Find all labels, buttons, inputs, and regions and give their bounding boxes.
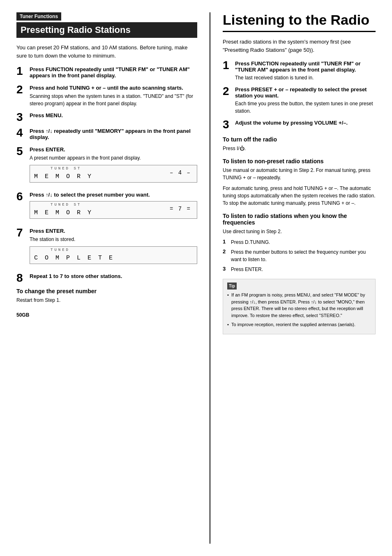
- display-indicators-2: TUNED ST: [51, 203, 81, 207]
- display-indicators-1: TUNED ST: [51, 167, 81, 171]
- left-step-8: 8 Repeat 1 to 7 to store other stations.: [16, 272, 197, 284]
- freq-title: To listen to radio stations when you kno…: [223, 213, 376, 226]
- step-number-6: 6: [16, 191, 26, 202]
- tip-label: Tip: [227, 283, 237, 290]
- step-bold-3: Press MENU.: [30, 112, 197, 118]
- left-step-1: 1 Press FUNCTION repeatedly until "TUNER…: [16, 65, 197, 80]
- section-title: Presetting Radio Stations: [16, 22, 197, 38]
- non-preset-text2: For automatic tuning, press and hold TUN…: [223, 185, 376, 207]
- freq-step-2: 2 Press the number buttons to select the…: [223, 248, 376, 263]
- right-step-bold-2: Press PRESET + or – repeatedly to select…: [235, 86, 376, 99]
- right-step-bold-3: Adjust the volume by pressing VOLUME +/–…: [235, 120, 376, 126]
- step-content-6: Press ↑/↓ to select the preset number yo…: [30, 191, 197, 223]
- right-step-number-3: 3: [223, 119, 232, 130]
- display-right-1: – 4 –: [170, 169, 191, 176]
- step-content-5: Press ENTER. A preset number appears in …: [30, 146, 197, 187]
- right-step-1: 1 Press FUNCTION repeatedly until "TUNER…: [223, 60, 376, 81]
- right-column: Listening to the Radio Preset radio stat…: [210, 12, 376, 544]
- page-number: 50GB: [16, 312, 197, 318]
- tip-list: If an FM program is noisy, press MENU, a…: [227, 292, 371, 328]
- left-step-5: 5 Press ENTER. A preset number appears i…: [16, 146, 197, 187]
- freq-step-num-2: 2: [223, 248, 228, 255]
- freq-step-text-3: Press ENTER.: [231, 266, 263, 273]
- step-number-2: 2: [16, 84, 26, 95]
- step-content-1: Press FUNCTION repeatedly until "TUNER F…: [30, 65, 197, 80]
- left-step-4: 4 Press ↑/↓ repeatedly until "MEMORY" ap…: [16, 127, 197, 141]
- left-step-7: 7 Press ENTER. The station is stored. TU…: [16, 227, 197, 268]
- display-box-1: TUNED ST M E M O R Y – 4 –: [30, 165, 197, 183]
- display-main-2: M E M O R Y: [34, 209, 93, 216]
- main-title: Listening to the Radio: [223, 12, 376, 32]
- turn-off-text: Press I/⏻.: [223, 145, 376, 152]
- right-step-detail-1: The last received station is tuned in.: [235, 74, 376, 81]
- step-bold-8: Repeat 1 to 7 to store other stations.: [30, 273, 197, 279]
- freq-step-num-3: 3: [223, 266, 228, 272]
- step-content-8: Repeat 1 to 7 to store other stations.: [30, 272, 197, 280]
- change-preset-title: To change the preset number: [16, 288, 197, 294]
- right-step-number-2: 2: [223, 86, 232, 97]
- non-preset-text1: Use manual or automatic tuning in Step 2…: [223, 167, 376, 181]
- freq-step-num-1: 1: [223, 239, 228, 245]
- turn-off-title: To turn off the radio: [223, 136, 376, 143]
- right-step-detail-2: Each time you press the button, the syst…: [235, 100, 376, 115]
- freq-step-text-1: Press D.TUNING.: [231, 239, 270, 246]
- step-number-7: 7: [16, 227, 26, 239]
- change-preset-text: Restart from Step 1.: [16, 297, 197, 304]
- freq-step-text-2: Press the number buttons to select the f…: [231, 248, 376, 263]
- right-step-2: 2 Press PRESET + or – repeatedly to sele…: [223, 86, 376, 115]
- page: Tuner Functions Presetting Radio Station…: [0, 0, 392, 556]
- step-content-7: Press ENTER. The station is stored. TUNE…: [30, 227, 197, 268]
- tip-item-2: To improve reception, reorient the suppl…: [227, 321, 371, 328]
- left-step-2: 2 Press and hold TUNING + or – until the…: [16, 84, 197, 107]
- left-step-3: 3 Press MENU.: [16, 111, 197, 123]
- display-main-1: M E M O R Y: [34, 173, 93, 180]
- right-step-content-3: Adjust the volume by pressing VOLUME +/–…: [235, 119, 376, 127]
- step-content-2: Press and hold TUNING + or – until the a…: [30, 84, 197, 107]
- step-number-1: 1: [16, 65, 26, 77]
- tip-box: Tip If an FM program is noisy, press MEN…: [223, 279, 376, 334]
- display-box-3: TUNED C O M P L E T E: [30, 246, 197, 264]
- freq-step-3: 3 Press ENTER.: [223, 266, 376, 273]
- step-content-3: Press MENU.: [30, 111, 197, 120]
- step-bold-6: Press ↑/↓ to select the preset number yo…: [30, 192, 197, 198]
- left-column: Tuner Functions Presetting Radio Station…: [16, 12, 197, 544]
- freq-step-1: 1 Press D.TUNING.: [223, 239, 376, 246]
- right-step-bold-1: Press FUNCTION repeatedly until "TUNER F…: [235, 60, 376, 73]
- right-step-number-1: 1: [223, 60, 232, 71]
- display-main-3: C O M P L E T E: [34, 255, 114, 262]
- step-bold-7: Press ENTER.: [30, 228, 197, 234]
- step-content-4: Press ↑/↓ repeatedly until "MEMORY" appe…: [30, 127, 197, 141]
- tip-item-1: If an FM program is noisy, press MENU, a…: [227, 292, 371, 319]
- step-detail-5: A preset number appears in the front pan…: [30, 154, 197, 162]
- right-step-content-1: Press FUNCTION repeatedly until "TUNER F…: [235, 60, 376, 81]
- non-preset-title: To listen to non-preset radio stations: [223, 158, 376, 164]
- step-bold-5: Press ENTER.: [30, 146, 197, 153]
- right-step-3: 3 Adjust the volume by pressing VOLUME +…: [223, 119, 376, 130]
- display-box-2: TUNED ST M E M O R Y = 7 =: [30, 201, 197, 219]
- freq-intro: Use direct tuning in Step 2.: [223, 228, 376, 235]
- right-intro: Preset radio stations in the system's me…: [223, 38, 376, 54]
- step-number-4: 4: [16, 127, 26, 139]
- step-bold-1: Press FUNCTION repeatedly until "TUNER F…: [30, 66, 197, 79]
- step-bold-2: Press and hold TUNING + or – until the a…: [30, 85, 197, 91]
- left-step-6: 6 Press ↑/↓ to select the preset number …: [16, 191, 197, 223]
- step-detail-7: The station is stored.: [30, 236, 197, 243]
- right-step-content-2: Press PRESET + or – repeatedly to select…: [235, 86, 376, 115]
- intro-text: You can preset 20 FM stations, and 10 AM…: [16, 44, 197, 60]
- step-number-8: 8: [16, 272, 26, 284]
- step-bold-4: Press ↑/↓ repeatedly until "MEMORY" appe…: [30, 128, 197, 140]
- step-number-5: 5: [16, 146, 26, 157]
- step-detail-2: Scanning stops when the system tunes in …: [30, 93, 197, 107]
- section-label: Tuner Functions: [16, 12, 61, 21]
- step-number-3: 3: [16, 111, 26, 123]
- display-right-2: = 7 =: [170, 206, 191, 212]
- display-indicators-3: TUNED: [51, 248, 70, 252]
